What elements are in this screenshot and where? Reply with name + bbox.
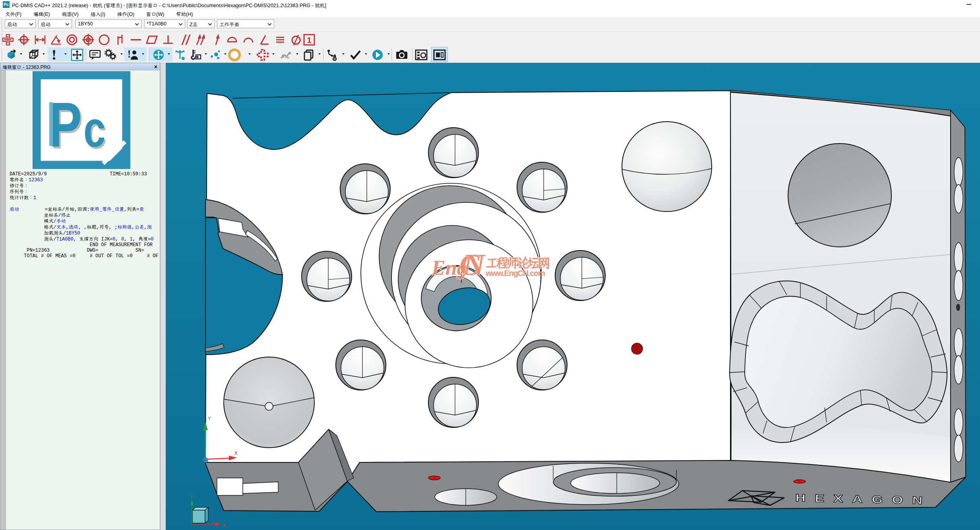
svg-text:CN: CN [459, 248, 486, 281]
svg-text:1: 1 [307, 35, 312, 45]
svg-text:X: X [234, 450, 238, 456]
svg-text:Y: Y [190, 495, 193, 501]
svg-text:P: P [49, 89, 82, 160]
svg-text:X: X [223, 523, 225, 528]
svg-text:www.EngCN.com: www.EngCN.com [485, 269, 545, 278]
svg-text:c: c [83, 101, 106, 157]
svg-text:Y: Y [208, 416, 211, 422]
